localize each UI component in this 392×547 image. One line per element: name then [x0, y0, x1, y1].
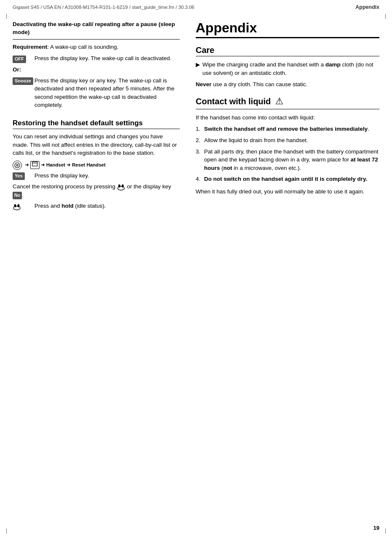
- deactivating-title: Deactivating the wake-up call/ repeating…: [13, 21, 180, 37]
- menu-icon-circle: [13, 161, 22, 170]
- menu-handset-label: Handset: [46, 161, 65, 169]
- snooze-instruction-row: Snooze Press the display key or any key.…: [13, 77, 180, 109]
- liquid-divider: [196, 109, 379, 109]
- yes-key-icon: Yes: [13, 172, 34, 180]
- step-3-num: 3.: [196, 148, 204, 156]
- end-call-icon-2: [13, 203, 21, 211]
- no-badge: No: [13, 192, 22, 199]
- deactivating-divider: [13, 39, 180, 40]
- bullet-arrow-icon: ▶: [196, 61, 203, 69]
- requirement-text: : A wake-up call is sounding.: [47, 44, 119, 50]
- svg-rect-4: [32, 162, 37, 166]
- cancel-text: Cancel the restoring process by pressing: [13, 183, 116, 190]
- appendix-title: Appendix: [196, 21, 379, 35]
- step-4-bold: Do not switch on the handset again until…: [204, 176, 367, 182]
- corner-mark-tr: |: [385, 13, 386, 20]
- liquid-heading-row: Contact with liquid ⚠: [196, 95, 379, 108]
- or-label: Or:: [13, 66, 180, 74]
- snooze-instruction-text: Press the display key or any key. The wa…: [34, 77, 180, 109]
- requirement-line: Requirement: A wake-up call is sounding.: [13, 43, 180, 51]
- corner-mark-br: |: [385, 527, 386, 534]
- header-file-path: Gigaset S45 / USA EN / A31008-M1754-R101…: [13, 4, 195, 11]
- restoring-title: Restoring the handset default settings: [13, 119, 180, 128]
- header-section-label: Appendix: [355, 3, 379, 11]
- step-2-num: 2.: [196, 136, 204, 145]
- step-2-text: Allow the liquid to drain from the hands…: [204, 136, 379, 145]
- step-1-text: Switch the handset off and remove the ba…: [204, 125, 379, 133]
- step-1-num: 1.: [196, 125, 204, 133]
- end-prefix: Press and: [34, 203, 62, 209]
- care-text-before-damp: Wipe the charging cradle and the handset…: [203, 61, 326, 68]
- end-key-press-icon: [13, 202, 34, 211]
- step-3-text: Pat all parts dry, then place the handse…: [204, 148, 379, 172]
- liquid-step-2: 2. Allow the liquid to drain from the ha…: [196, 136, 379, 145]
- liquid-heading: Contact with liquid: [196, 96, 271, 106]
- step-1-bold: Switch the handset off and remove the ba…: [204, 126, 368, 132]
- cancel-period: .: [22, 192, 24, 198]
- yes-instruction-text: Press the display key.: [34, 172, 180, 180]
- yes-badge: Yes: [13, 172, 25, 180]
- corner-mark-bl: |: [6, 527, 7, 534]
- arrow-2: ➜: [41, 161, 45, 169]
- page: | | | | Gigaset S45 / USA EN / A31008-M1…: [0, 0, 392, 547]
- off-key-icon: OFF: [13, 54, 34, 63]
- step-4-num: 4.: [196, 175, 204, 183]
- end-key-press-text: Press and hold (idle status).: [34, 202, 180, 210]
- end-call-icon: [117, 183, 125, 191]
- arrow-1: ➜: [25, 161, 29, 169]
- main-columns: Deactivating the wake-up call/ repeating…: [0, 13, 392, 226]
- deactivating-section: Deactivating the wake-up call/ repeating…: [13, 21, 180, 109]
- warning-triangle-icon: ⚠: [275, 95, 284, 108]
- arrow-3: ➜: [66, 161, 71, 169]
- when-dry-text: When it has fully dried out, you will no…: [196, 188, 379, 196]
- never-bold: Never: [196, 81, 212, 87]
- settings-icon: [14, 162, 20, 168]
- contact-liquid-section: Contact with liquid ⚠ If the handset has…: [196, 95, 379, 196]
- liquid-step-1: 1. Switch the handset off and remove the…: [196, 125, 379, 133]
- snooze-key-icon: Snooze: [13, 77, 34, 85]
- off-badge: OFF: [13, 55, 26, 63]
- corner-mark-tl: |: [6, 13, 7, 20]
- menu-reset-label: Reset Handset: [72, 161, 105, 169]
- right-column: Appendix Care ▶ Wipe the charging cradle…: [192, 21, 379, 214]
- care-heading: Care: [196, 45, 379, 55]
- directory-icon: [32, 161, 38, 166]
- care-divider: [196, 56, 379, 56]
- off-instruction-row: OFF Press the display key. The wake-up c…: [13, 54, 180, 63]
- end-key-icon: [117, 183, 125, 191]
- liquid-step-3: 3. Pat all parts dry, then place the han…: [196, 148, 379, 172]
- restoring-body: You can reset any individual settings an…: [13, 132, 180, 157]
- care-damp-bold: damp: [325, 61, 340, 68]
- end-suffix: (idle status).: [74, 203, 106, 209]
- off-instruction-text: Press the display key. The wake-up call …: [34, 54, 180, 63]
- page-header: Gigaset S45 / USA EN / A31008-M1754-R101…: [0, 0, 392, 13]
- cancel-middle: or the display key: [127, 183, 171, 190]
- page-number: 19: [374, 524, 379, 532]
- liquid-steps-list: 1. Switch the handset off and remove the…: [196, 125, 379, 183]
- care-bullet: ▶ Wipe the charging cradle and the hands…: [196, 61, 379, 77]
- never-rest: use a dry cloth. This can cause static.: [211, 81, 308, 87]
- never-line: Never use a dry cloth. This can cause st…: [196, 80, 379, 89]
- appendix-title-divider: [196, 37, 379, 38]
- step-3-not: not: [223, 165, 232, 171]
- liquid-step-4: 4. Do not switch on the handset again un…: [196, 175, 379, 183]
- care-section: Care ▶ Wipe the charging cradle and the …: [196, 45, 379, 89]
- snooze-badge: Snooze: [13, 77, 33, 85]
- menu-path-row: ➜ ➜ Handset ➜ Reset Handset: [13, 161, 180, 170]
- left-column: Deactivating the wake-up call/ repeating…: [13, 21, 192, 214]
- restoring-divider: [13, 129, 180, 129]
- menu-box-icon: [30, 161, 39, 169]
- cancel-line: Cancel the restoring process by pressing…: [13, 182, 180, 199]
- care-bullet-text: Wipe the charging cradle and the handset…: [203, 61, 379, 77]
- requirement-label: Requirement: [13, 44, 47, 50]
- if-liquid-text: If the handset has come into contact wit…: [196, 114, 379, 122]
- step-4-text: Do not switch on the handset again until…: [204, 175, 379, 183]
- end-call-svg-2: [13, 203, 21, 211]
- end-key-press-row: Press and hold (idle status).: [13, 202, 180, 211]
- yes-instruction-row: Yes Press the display key.: [13, 172, 180, 180]
- restoring-section: Restoring the handset default settings Y…: [13, 119, 180, 211]
- end-bold: hold: [62, 203, 74, 209]
